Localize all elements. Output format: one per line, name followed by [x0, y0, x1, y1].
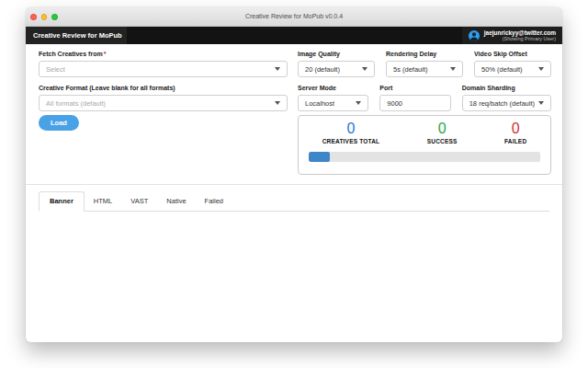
settings-row-1: Image Quality 20 (default) Rendering Del…	[298, 51, 551, 77]
failed-label: FAILED	[504, 138, 526, 144]
domain-sharding-field: Domain Sharding 18 req/batch (default)	[462, 85, 551, 111]
tab-failed[interactable]: Failed	[196, 192, 232, 211]
failed-value: 0	[504, 121, 526, 137]
chevron-down-icon	[275, 67, 280, 71]
user-avatar-icon	[469, 30, 480, 41]
success-label: SUCCESS	[427, 138, 458, 144]
port-field: Port	[379, 85, 450, 111]
fetch-creatives-field: Fetch Creatives from* Select	[39, 51, 288, 77]
image-quality-select[interactable]: 20 (default)	[298, 61, 375, 77]
image-quality-label: Image Quality	[298, 51, 375, 57]
server-mode-label: Server Mode	[298, 85, 368, 91]
result-tabs: Banner HTML VAST Native Failed	[39, 191, 549, 212]
image-quality-field: Image Quality 20 (default)	[298, 51, 375, 77]
user-email: jaejunrickyy@twitter.com	[484, 29, 556, 36]
server-mode-select[interactable]: Localhost	[298, 95, 368, 111]
stat-failed: 0 FAILED	[504, 121, 526, 144]
main-content: Fetch Creatives from* Select Creative Fo…	[26, 44, 562, 342]
tab-html[interactable]: HTML	[85, 192, 121, 211]
domain-sharding-label: Domain Sharding	[462, 85, 551, 91]
rendering-delay-field: Rendering Delay 5s (default)	[386, 51, 463, 77]
tab-banner[interactable]: Banner	[39, 191, 85, 212]
rendering-delay-value: 5s (default)	[393, 65, 428, 74]
app-brand: Creative Review for MoPub	[26, 27, 127, 44]
fetch-creatives-label-text: Fetch Creatives from	[39, 51, 103, 57]
stat-success: 0 SUCCESS	[427, 121, 458, 144]
video-skip-offset-field: Video Skip Offset 50% (default)	[474, 51, 551, 77]
progress-bar	[309, 152, 540, 162]
chevron-down-icon	[275, 101, 280, 105]
chevron-down-icon	[362, 67, 368, 71]
creative-format-value: All formats (default)	[46, 99, 106, 108]
user-info: jaejunrickyy@twitter.com (Showing Primar…	[484, 29, 556, 42]
creative-format-field: Creative Format (Leave blank for all for…	[39, 85, 288, 111]
user-menu[interactable]: jaejunrickyy@twitter.com (Showing Primar…	[462, 27, 562, 44]
video-skip-offset-select[interactable]: 50% (default)	[474, 61, 551, 77]
app-window: Creative Review for MoPub v0.0.4 Creativ…	[26, 7, 562, 342]
fetch-creatives-select[interactable]: Select	[39, 61, 288, 77]
chevron-down-icon	[356, 101, 361, 105]
success-value: 0	[427, 121, 458, 137]
port-label: Port	[379, 85, 450, 91]
tab-native[interactable]: Native	[157, 192, 195, 211]
stats-row: 0 CREATIVES TOTAL 0 SUCCESS 0 FAILED	[299, 121, 550, 144]
video-skip-offset-value: 50% (default)	[481, 65, 523, 74]
stat-creatives-total: 0 CREATIVES TOTAL	[322, 121, 380, 144]
rendering-delay-label: Rendering Delay	[386, 51, 463, 57]
chevron-down-icon	[538, 101, 544, 105]
server-mode-field: Server Mode Localhost	[298, 85, 368, 111]
load-button[interactable]: Load	[39, 115, 79, 131]
chevron-down-icon	[538, 67, 544, 71]
creative-format-label: Creative Format (Leave blank for all for…	[39, 85, 288, 91]
required-asterisk: *	[104, 51, 107, 57]
macos-titlebar[interactable]: Creative Review for MoPub v0.0.4	[26, 7, 562, 27]
user-subtitle: (Showing Primary User)	[503, 36, 556, 41]
desktop: Creative Review for MoPub v0.0.4 Creativ…	[0, 0, 588, 368]
settings-row-2: Server Mode Localhost Port Domain Shardi…	[298, 85, 551, 111]
server-mode-value: Localhost	[305, 99, 334, 108]
creatives-total-label: CREATIVES TOTAL	[322, 138, 380, 144]
domain-sharding-select[interactable]: 18 req/batch (default)	[462, 95, 551, 111]
port-input[interactable]	[379, 95, 450, 111]
fetch-creatives-label: Fetch Creatives from*	[39, 51, 288, 57]
rendering-delay-select[interactable]: 5s (default)	[386, 61, 463, 77]
tab-vast[interactable]: VAST	[121, 192, 157, 211]
section-divider	[26, 184, 562, 185]
progress-fill	[309, 152, 330, 162]
fetch-creatives-value: Select	[46, 65, 65, 74]
stats-panel: 0 CREATIVES TOTAL 0 SUCCESS 0 FAILED	[298, 115, 551, 175]
image-quality-value: 20 (default)	[305, 65, 340, 74]
chevron-down-icon	[450, 67, 456, 71]
window-title: Creative Review for MoPub v0.0.4	[26, 13, 562, 19]
video-skip-offset-label: Video Skip Offset	[474, 51, 551, 57]
domain-sharding-value: 18 req/batch (default)	[469, 99, 535, 108]
creatives-total-value: 0	[322, 121, 380, 137]
creative-format-select[interactable]: All formats (default)	[39, 95, 288, 111]
header-spacer	[127, 27, 462, 44]
app-header: Creative Review for MoPub jaejunrickyy@t…	[26, 27, 562, 44]
